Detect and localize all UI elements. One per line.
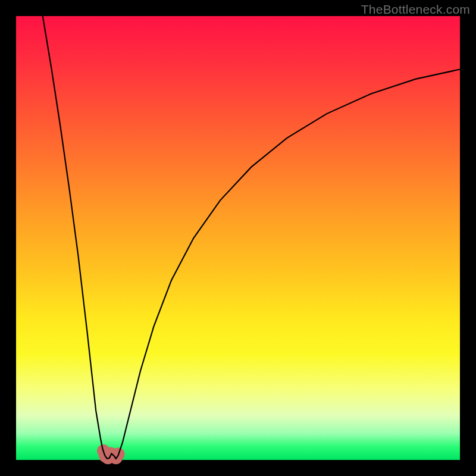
curve-layer [16, 16, 460, 460]
attribution-text: TheBottleneck.com [361, 2, 470, 17]
chart-frame: TheBottleneck.com [0, 0, 476, 476]
bottleneck-curve [43, 16, 460, 459]
plot-area [16, 16, 460, 460]
